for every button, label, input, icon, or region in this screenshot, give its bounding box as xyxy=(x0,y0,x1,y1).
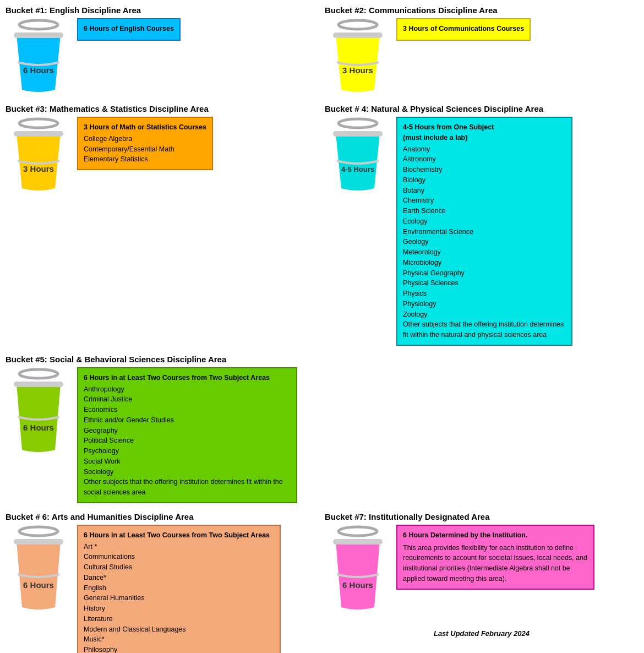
bucket2-wrapper: 3 Hours 3 Hours of Communications Course… xyxy=(325,18,638,95)
b5-economics: Economics xyxy=(84,405,291,415)
b4-item-physics: Physics xyxy=(403,289,566,299)
bucket6-section: Bucket # 6: Arts and Humanities Discipli… xyxy=(6,512,319,653)
bucket1-section: Bucket #1: English Discipline Area 6 Hou… xyxy=(6,6,319,95)
b4-item-other: Other subjects that the offering institu… xyxy=(403,319,566,340)
b4-item-env-science: Environmental Science xyxy=(403,227,566,237)
bucket3-wrapper: 3 Hours 3 Hours of Math or Statistics Co… xyxy=(6,117,319,194)
b6-dance: Dance* xyxy=(84,573,274,583)
bucket2-box-title: 3 Hours of Communications Courses xyxy=(403,24,524,34)
bucket5-wrapper: 6 Hours 6 Hours in at Least Two Courses … xyxy=(6,367,638,503)
bucket2-hours-text: 3 Hours xyxy=(342,66,373,75)
bucket2-info-box: 3 Hours of Communications Courses xyxy=(396,18,531,41)
b5-psychology: Psychology xyxy=(84,446,291,456)
b4-item-biochemistry: Biochemistry xyxy=(403,165,566,175)
bucket1-title: Bucket #1: English Discipline Area xyxy=(6,6,319,15)
bucket3-item-0: College Algebra xyxy=(84,134,206,144)
bucket4-box-title: 4-5 Hours from One Subject(must include … xyxy=(403,122,566,143)
b6-english: English xyxy=(84,583,274,594)
svg-point-12 xyxy=(339,527,377,536)
row-3: Bucket #5: Social & Behavioral Sciences … xyxy=(6,355,638,503)
b5-sociology: Sociology xyxy=(84,467,291,477)
b5-political-science: Political Science xyxy=(84,436,291,446)
bucket1-wrapper: 6 Hours 6 Hours of English Courses xyxy=(6,18,319,95)
b4-item-biology: Biology xyxy=(403,175,566,186)
b6-history: History xyxy=(84,603,274,614)
bucket3-item-1: Contemporary/Essential Math xyxy=(84,144,206,155)
bucket7-box-title: 6 Hours Determined by the Institution. xyxy=(403,530,588,541)
svg-point-10 xyxy=(19,527,58,536)
bucket1-box-title: 6 Hours of English Courses xyxy=(84,24,174,34)
row-4: Bucket # 6: Arts and Humanities Discipli… xyxy=(6,512,638,653)
b4-item-physical-sci: Physical Sciences xyxy=(403,278,566,289)
bucket7-info-box: 6 Hours Determined by the Institution. T… xyxy=(396,525,594,590)
b4-item-ecology: Ecology xyxy=(403,216,566,227)
bucket3-hours-text: 3 Hours xyxy=(23,164,54,173)
bucket6-title: Bucket # 6: Arts and Humanities Discipli… xyxy=(6,512,319,521)
bucket4-items: Anatomy Astronomy Biochemistry Biology B… xyxy=(403,144,566,340)
b4-item-microbiology: Microbiology xyxy=(403,258,566,268)
b6-general-humanities: General Humanities xyxy=(84,593,274,603)
bucket6-icon: 6 Hours xyxy=(6,525,72,613)
b4-item-physiology: Physiology xyxy=(403,299,566,309)
b6-philosophy: Philosophy xyxy=(84,645,274,653)
bucket1-info-box: 6 Hours of English Courses xyxy=(77,18,181,41)
bucket2-section: Bucket #2: Communications Discipline Are… xyxy=(325,6,638,95)
b4-item-anatomy: Anatomy xyxy=(403,144,566,155)
bucket3-item-2: Elementary Statistics xyxy=(84,154,206,165)
bucket7-title: Bucket #7: Institutionally Designated Ar… xyxy=(325,512,638,521)
bucket3-title: Bucket #3: Mathematics & Statistics Disc… xyxy=(6,104,319,113)
bucket4-info-box: 4-5 Hours from One Subject(must include … xyxy=(396,117,572,346)
row-1: Bucket #1: English Discipline Area 6 Hou… xyxy=(6,6,638,95)
b4-item-physical-geo: Physical Geography xyxy=(403,268,566,279)
b5-geography: Geography xyxy=(84,426,291,436)
b4-item-chemistry: Chemistry xyxy=(403,195,566,206)
bucket5-items: Anthropology Criminal Justice Economics … xyxy=(84,384,291,498)
b6-literature: Literature xyxy=(84,614,274,624)
svg-rect-3 xyxy=(333,32,383,38)
svg-point-8 xyxy=(19,369,58,378)
bucket1-icon: 6 Hours xyxy=(6,18,72,95)
bucket5-title: Bucket #5: Social & Behavioral Sciences … xyxy=(6,355,638,364)
svg-point-2 xyxy=(339,20,377,29)
bucket2-title: Bucket #2: Communications Discipline Are… xyxy=(325,6,638,15)
bucket5-hours-text: 6 Hours xyxy=(23,423,54,432)
bucket4-title: Bucket # 4: Natural & Physical Sciences … xyxy=(325,104,638,113)
bucket4-wrapper: 4-5 Hours 4-5 Hours from One Subject(mus… xyxy=(325,117,638,346)
b5-other: Other subjects that the offering institu… xyxy=(84,477,291,498)
bucket6-box-title: 6 Hours in at Least Two Courses from Two… xyxy=(84,530,274,541)
bucket3-box-title: 3 Hours of Math or Statistics Courses xyxy=(84,122,206,133)
bucket7-body: This area provides flexibility for each … xyxy=(403,543,588,584)
svg-point-4 xyxy=(19,119,58,128)
bucket7-wrapper: 6 Hours 6 Hours Determined by the Instit… xyxy=(325,525,638,613)
bucket1-hours-text: 6 Hours xyxy=(23,66,54,75)
row-2: Bucket #3: Mathematics & Statistics Disc… xyxy=(6,104,638,346)
b5-ethnic-gender: Ethnic and/or Gender Studies xyxy=(84,415,291,426)
bucket7-section: Bucket #7: Institutionally Designated Ar… xyxy=(325,512,638,653)
bucket4-hours-text: 4-5 Hours xyxy=(341,165,374,173)
bucket5-info-box: 6 Hours in at Least Two Courses from Two… xyxy=(77,367,297,503)
b4-item-astronomy: Astronomy xyxy=(403,154,566,165)
b5-anthropology: Anthropology xyxy=(84,384,291,395)
bucket3-icon: 3 Hours xyxy=(6,117,72,194)
b4-item-botany: Botany xyxy=(403,186,566,196)
svg-point-0 xyxy=(19,20,58,29)
b5-social-work: Social Work xyxy=(84,456,291,467)
b4-item-geology: Geology xyxy=(403,237,566,247)
bucket6-hours-text: 6 Hours xyxy=(23,580,54,590)
bucket7-hours-text: 6 Hours xyxy=(342,580,373,590)
bucket3-info-box: 3 Hours of Math or Statistics Courses Co… xyxy=(77,117,213,170)
bucket5-box-title: 6 Hours in at Least Two Courses from Two… xyxy=(84,373,291,383)
svg-rect-11 xyxy=(14,539,63,545)
bucket6-info-box: 6 Hours in at Least Two Courses from Two… xyxy=(77,525,281,653)
b4-item-meteorology: Meteorology xyxy=(403,247,566,258)
svg-rect-13 xyxy=(333,539,383,545)
bucket4-icon: 4-5 Hours xyxy=(325,117,391,194)
bucket5-section: Bucket #5: Social & Behavioral Sciences … xyxy=(6,355,638,503)
bucket5-icon: 6 Hours xyxy=(6,367,72,455)
bucket6-wrapper: 6 Hours 6 Hours in at Least Two Courses … xyxy=(6,525,319,653)
svg-rect-5 xyxy=(14,131,63,137)
bucket2-icon: 3 Hours xyxy=(325,18,391,95)
bucket6-items: Art * Communications Cultural Studies Da… xyxy=(84,542,274,654)
b5-criminal-justice: Criminal Justice xyxy=(84,394,291,405)
b6-art: Art * xyxy=(84,542,274,552)
